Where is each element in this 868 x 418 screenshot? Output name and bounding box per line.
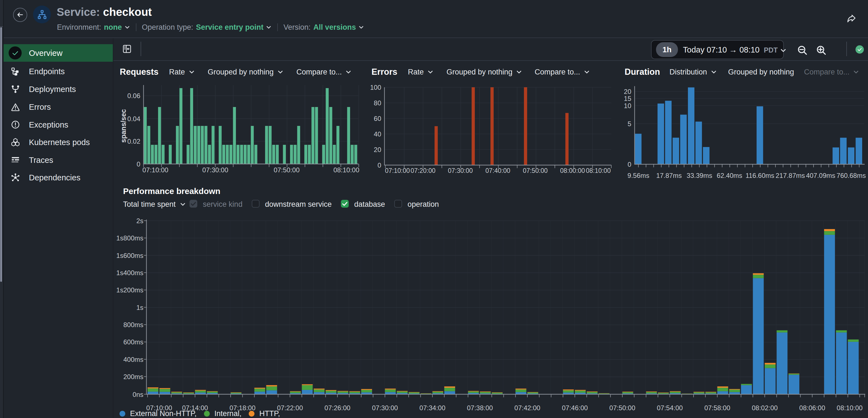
svg-text:07:10:00: 07:10:00 bbox=[142, 166, 168, 174]
svg-text:08:06:00: 08:06:00 bbox=[799, 404, 825, 412]
svg-text:2s: 2s bbox=[136, 217, 143, 225]
svg-text:407.09ms: 407.09ms bbox=[806, 172, 835, 179]
svg-text:0: 0 bbox=[137, 160, 140, 168]
svg-text:1s800ms: 1s800ms bbox=[117, 234, 143, 242]
svg-text:08:00:00: 08:00:00 bbox=[560, 167, 585, 174]
svg-text:07:34:00: 07:34:00 bbox=[420, 404, 445, 412]
svg-text:07:10:00: 07:10:00 bbox=[385, 167, 410, 174]
svg-text:33.39ms: 33.39ms bbox=[687, 172, 712, 179]
svg-text:1s200ms: 1s200ms bbox=[117, 286, 143, 294]
svg-text:1s400ms: 1s400ms bbox=[117, 269, 143, 276]
svg-text:07:30:00: 07:30:00 bbox=[372, 404, 398, 412]
svg-text:10: 10 bbox=[624, 102, 631, 110]
svg-text:116.60ms: 116.60ms bbox=[745, 172, 774, 179]
svg-text:800ms: 800ms bbox=[123, 321, 143, 329]
svg-text:100: 100 bbox=[370, 84, 381, 91]
svg-text:62.40ms: 62.40ms bbox=[717, 172, 742, 179]
svg-text:07:42:00: 07:42:00 bbox=[514, 404, 540, 412]
svg-text:07:50:00: 07:50:00 bbox=[609, 404, 635, 412]
svg-text:0: 0 bbox=[628, 161, 631, 168]
svg-text:07:20:00: 07:20:00 bbox=[411, 167, 436, 174]
svg-text:08:02:00: 08:02:00 bbox=[752, 404, 778, 412]
svg-text:0: 0 bbox=[378, 161, 381, 169]
svg-text:07:58:00: 07:58:00 bbox=[704, 404, 730, 412]
svg-text:20: 20 bbox=[624, 88, 631, 95]
svg-text:07:38:00: 07:38:00 bbox=[467, 404, 493, 412]
svg-text:1s: 1s bbox=[136, 304, 143, 311]
svg-text:spans/sec: spans/sec bbox=[120, 109, 127, 143]
svg-text:15: 15 bbox=[624, 95, 631, 102]
svg-text:07:22:00: 07:22:00 bbox=[277, 404, 303, 412]
svg-text:20: 20 bbox=[374, 146, 381, 153]
svg-text:0ns: 0ns bbox=[132, 391, 143, 398]
svg-text:08:10:00: 08:10:00 bbox=[586, 167, 611, 174]
svg-text:08:10:00: 08:10:00 bbox=[334, 166, 359, 174]
svg-text:600ms: 600ms bbox=[123, 338, 143, 346]
svg-text:80: 80 bbox=[374, 99, 381, 107]
svg-text:07:26:00: 07:26:00 bbox=[324, 404, 350, 412]
svg-text:0.02: 0.02 bbox=[127, 138, 140, 145]
svg-text:1s600ms: 1s600ms bbox=[117, 252, 143, 259]
svg-text:60: 60 bbox=[374, 115, 381, 122]
svg-text:07:30:00: 07:30:00 bbox=[202, 166, 228, 174]
svg-text:07:30:00: 07:30:00 bbox=[448, 167, 473, 174]
svg-text:760.68ms: 760.68ms bbox=[837, 172, 866, 179]
svg-text:0.06: 0.06 bbox=[127, 92, 140, 99]
svg-text:400ms: 400ms bbox=[123, 356, 143, 363]
svg-text:07:50:00: 07:50:00 bbox=[274, 166, 300, 174]
svg-text:5: 5 bbox=[628, 120, 631, 127]
svg-text:07:40:00: 07:40:00 bbox=[486, 167, 510, 174]
svg-text:9.56ms: 9.56ms bbox=[627, 172, 649, 179]
svg-text:40: 40 bbox=[374, 130, 381, 138]
svg-text:08:10:00: 08:10:00 bbox=[837, 404, 863, 412]
svg-text:200ms: 200ms bbox=[123, 373, 143, 381]
svg-text:07:54:00: 07:54:00 bbox=[657, 404, 683, 412]
svg-text:07:50:00: 07:50:00 bbox=[523, 167, 548, 174]
svg-text:0.04: 0.04 bbox=[127, 115, 140, 123]
svg-text:07:46:00: 07:46:00 bbox=[562, 404, 588, 412]
svg-text:217.87ms: 217.87ms bbox=[776, 172, 805, 179]
svg-text:17.87ms: 17.87ms bbox=[656, 172, 682, 179]
